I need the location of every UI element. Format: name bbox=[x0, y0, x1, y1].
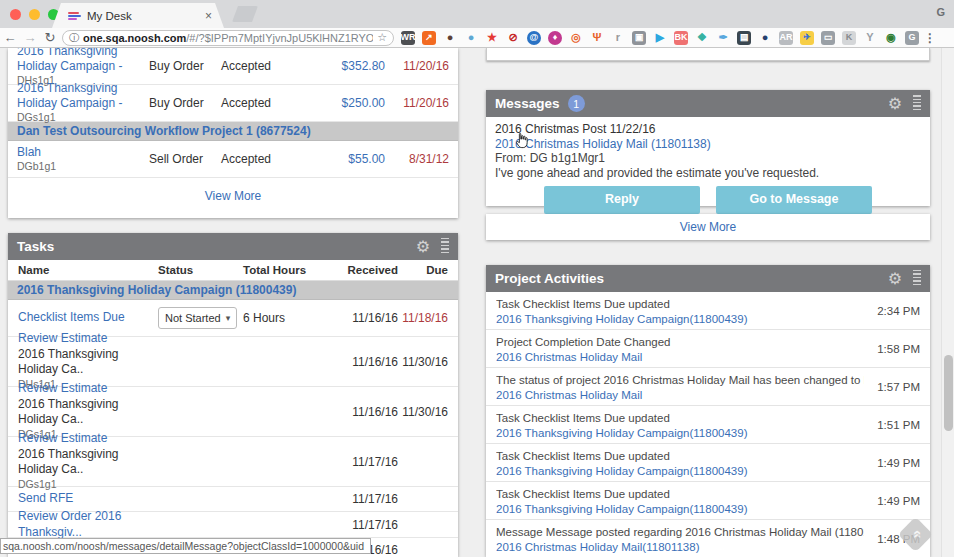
rocket-extension-icon[interactable]: ✈ bbox=[800, 31, 814, 45]
tab-my-desk[interactable]: My Desk × bbox=[52, 3, 224, 28]
reload-icon[interactable]: ↻ bbox=[40, 29, 60, 47]
star-extension-icon[interactable]: ★ bbox=[485, 31, 499, 45]
activities-settings-gear-icon[interactable]: ⚙ bbox=[888, 271, 902, 287]
blocker-extension-icon[interactable]: ⊘ bbox=[506, 31, 520, 45]
activity-text: Message Message posted regarding 2016 Ch… bbox=[496, 525, 864, 540]
task-row: Review Order 2016 Thanksgiv...11/17/16 bbox=[8, 512, 458, 538]
new-tab-button[interactable] bbox=[232, 6, 258, 22]
activity-project-link[interactable]: 2016 Thanksgiving Holiday Campaign(11800… bbox=[496, 313, 747, 325]
task-group-row: 2016 Thanksgiving Holiday Campaign (1180… bbox=[8, 281, 458, 300]
tasks-panel-header: Tasks ⚙ bbox=[8, 233, 458, 260]
tasks-panel-title: Tasks bbox=[17, 239, 54, 254]
noosh-favicon-icon bbox=[68, 10, 81, 21]
orders-view-more-link[interactable]: View More bbox=[205, 189, 261, 203]
activity-project-link[interactable]: 2016 Thanksgiving Holiday Campaign(11800… bbox=[496, 503, 747, 515]
k-extension-icon[interactable]: K bbox=[842, 31, 856, 45]
back-icon[interactable]: ← bbox=[0, 29, 20, 47]
activity-row: Task Checklist Items Due updated2016 Tha… bbox=[486, 292, 930, 330]
wr-extension-icon[interactable]: WR bbox=[401, 31, 415, 45]
column-header-status[interactable]: Status bbox=[158, 264, 243, 276]
activity-project-link[interactable]: 2016 Thanksgiving Holiday Campaign(11800… bbox=[496, 427, 747, 439]
browser-toolbar: ← → ↻ ⓘ one.sqa.noosh.com /#/?$IPPm7MptI… bbox=[0, 28, 954, 48]
activity-time: 1:51 PM bbox=[864, 411, 920, 439]
task-name-line: 2016 Thanksgiving Holiday Ca.. bbox=[18, 447, 154, 478]
column-header-name[interactable]: Name bbox=[18, 263, 158, 278]
task-link[interactable]: Review Estimate bbox=[18, 381, 154, 397]
task-link[interactable]: Review Estimate bbox=[18, 431, 154, 447]
order-project-link[interactable]: 2016 Thanksgiving Holiday Campaign - bbox=[17, 48, 149, 74]
activity-project-link[interactable]: 2016 Thanksgiving Holiday Campaign(11800… bbox=[496, 465, 747, 477]
scrollbar-thumb[interactable] bbox=[944, 355, 953, 431]
status-dropdown[interactable]: Not Started▾ bbox=[158, 307, 237, 329]
tab-strip: My Desk × G bbox=[0, 0, 954, 28]
activity-text: Task Checklist Items Due updated bbox=[496, 449, 864, 464]
task-received-date: 11/17/16 bbox=[338, 455, 398, 469]
people-extension-icon[interactable]: AR bbox=[779, 31, 793, 45]
order-spec-code: DGs1g1 bbox=[17, 111, 149, 124]
task-group-link[interactable]: 2016 Thanksgiving Holiday Campaign (1180… bbox=[17, 283, 296, 297]
task-link[interactable]: Review Estimate bbox=[18, 331, 154, 347]
browser-window: My Desk × G ← → ↻ ⓘ one.sqa.noosh.com /#… bbox=[0, 0, 954, 557]
activity-project-link[interactable]: 2016 Christmas Holiday Mail(11801138) bbox=[496, 541, 699, 553]
task-received-date: 11/17/16 bbox=[338, 518, 398, 532]
project-group-link[interactable]: Dan Test Outsourcing Workflow Project 1 … bbox=[17, 124, 311, 138]
messages-drag-handle-icon[interactable] bbox=[913, 95, 921, 112]
profile-extension-icon[interactable]: ● bbox=[758, 31, 772, 45]
bk-extension-icon[interactable]: BK bbox=[674, 31, 688, 45]
reply-button[interactable]: Reply bbox=[544, 186, 700, 214]
tasks-settings-gear-icon[interactable]: ⚙ bbox=[416, 239, 430, 255]
green-extension-icon[interactable]: ◉ bbox=[884, 31, 898, 45]
task-due-date: 11/30/16 bbox=[398, 355, 448, 369]
g-extension-icon[interactable]: G bbox=[905, 31, 919, 45]
activity-project-link[interactable]: 2016 Christmas Holiday Mail bbox=[496, 389, 642, 401]
feather-extension-icon[interactable]: ✒ bbox=[716, 31, 730, 45]
column-header-received[interactable]: Received bbox=[338, 264, 398, 276]
task-status-cell: Not Started▾ bbox=[158, 307, 243, 329]
tasks-table: 2016 Thanksgiving Holiday Campaign (1180… bbox=[8, 281, 458, 557]
ring-extension-icon[interactable]: ◎ bbox=[569, 31, 583, 45]
go-to-message-button[interactable]: Go to Message bbox=[716, 186, 872, 214]
close-window-button[interactable] bbox=[10, 9, 21, 20]
bird-extension-icon[interactable]: ▶ bbox=[653, 31, 667, 45]
messages-settings-gear-icon[interactable]: ⚙ bbox=[888, 96, 902, 112]
extension-icons: WR↗●●★⊘@♦◎Ψr▣▶BK❖✒▤●AR✈▭KY◉G bbox=[401, 31, 919, 45]
film-extension-icon[interactable]: ▤ bbox=[737, 31, 751, 45]
person-extension-icon[interactable]: ● bbox=[464, 31, 478, 45]
task-link[interactable]: Send RFE bbox=[18, 491, 154, 507]
forward-icon[interactable]: → bbox=[20, 29, 40, 47]
chrome-menu-icon[interactable]: ⋮ bbox=[923, 31, 937, 45]
antenna-extension-icon[interactable]: Ψ bbox=[590, 31, 604, 45]
task-link[interactable]: Checklist Items Due bbox=[18, 310, 154, 326]
order-type: Buy Order bbox=[149, 59, 221, 73]
column-header-total-hours[interactable]: Total Hours bbox=[243, 264, 338, 276]
column-header-due[interactable]: Due bbox=[398, 264, 448, 276]
chart-extension-icon[interactable]: ↗ bbox=[422, 31, 436, 45]
camera-extension-icon[interactable]: ▣ bbox=[632, 31, 646, 45]
close-tab-icon[interactable]: × bbox=[205, 9, 212, 23]
messages-view-more-link[interactable]: View More bbox=[680, 220, 736, 234]
activities-panel-header: Project Activities ⚙ bbox=[486, 265, 930, 292]
task-link[interactable]: Review Order 2016 Thanksgiv... bbox=[18, 509, 154, 540]
bookmark-star-icon[interactable]: ☆ bbox=[377, 31, 387, 44]
address-bar[interactable]: ⓘ one.sqa.noosh.com /#/?$IPPm7MptIYjvnJp… bbox=[62, 30, 394, 46]
diamonds-extension-icon[interactable]: ❖ bbox=[695, 31, 709, 45]
task-received-date: 11/16/16 bbox=[338, 355, 398, 369]
activity-text-cell: Message Message posted regarding 2016 Ch… bbox=[496, 525, 864, 553]
order-project-link[interactable]: Blah bbox=[17, 145, 149, 160]
cast-extension-icon[interactable]: ▭ bbox=[821, 31, 835, 45]
paw-extension-icon[interactable]: ● bbox=[443, 31, 457, 45]
activities-drag-handle-icon[interactable] bbox=[913, 270, 921, 287]
activity-project-link[interactable]: 2016 Christmas Holiday Mail bbox=[496, 351, 642, 363]
glass-extension-icon[interactable]: Y bbox=[863, 31, 877, 45]
at-extension-icon[interactable]: @ bbox=[527, 31, 541, 45]
r-extension-icon[interactable]: r bbox=[611, 31, 625, 45]
window-controls bbox=[10, 9, 59, 20]
page-scrollbar[interactable] bbox=[941, 48, 954, 557]
tasks-drag-handle-icon[interactable] bbox=[441, 238, 449, 255]
minimize-window-button[interactable] bbox=[29, 9, 40, 20]
project-group-row: Dan Test Outsourcing Workflow Project 1 … bbox=[8, 122, 458, 141]
order-project-link[interactable]: 2016 Thanksgiving Holiday Campaign - bbox=[17, 81, 149, 111]
task-row: Review Estimate2016 Thanksgiving Holiday… bbox=[8, 387, 458, 437]
page-info-icon[interactable]: ⓘ bbox=[69, 31, 79, 45]
flame-extension-icon[interactable]: ♦ bbox=[548, 31, 562, 45]
